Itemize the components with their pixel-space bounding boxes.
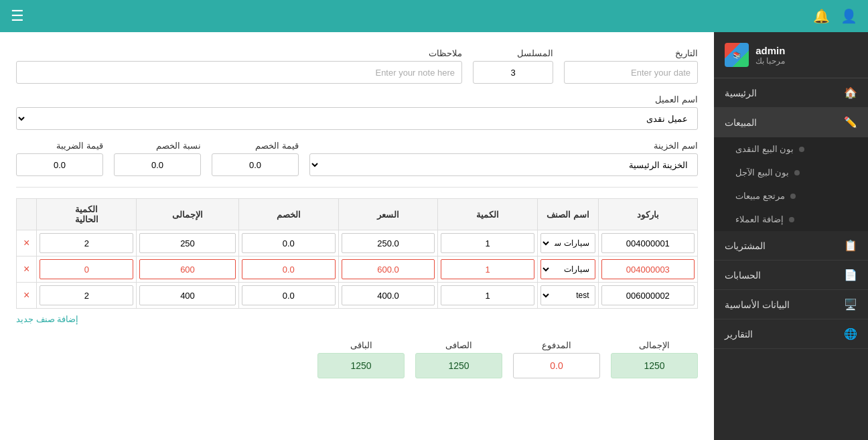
- current-qty-cell: [37, 230, 137, 256]
- navbar: 👤 🔔 ☰: [0, 0, 868, 32]
- home-icon: 🏠: [844, 86, 857, 99]
- sidebar-item-basic-data[interactable]: 🖥️ البيانات الأساسية: [714, 290, 868, 319]
- discount-pct-input[interactable]: [114, 153, 201, 176]
- bell-icon[interactable]: 🔔: [813, 8, 830, 24]
- net-group: الصافى: [415, 340, 502, 378]
- items-table-container: باركود اسم الصنف الكمية السعر الخصم الإج…: [16, 198, 698, 324]
- total-input[interactable]: [611, 353, 698, 378]
- layout: التاريخ المسلسل ملاحظات اسم العميل عميل …: [0, 32, 868, 440]
- totals-row: الإجمالى المدفوع الصافى الباقى: [16, 340, 698, 378]
- barcode-input[interactable]: [601, 285, 695, 305]
- divider: [16, 187, 698, 188]
- current-qty-input: [40, 233, 133, 253]
- form-row-3: اسم الخزينة الخزينة الرئيسية قيمة الخصم …: [16, 141, 698, 176]
- sidebar-subitem-sales-returns[interactable]: مرتجع مبيعات: [714, 184, 868, 208]
- notes-label: ملاحظات: [16, 48, 462, 58]
- price-input[interactable]: [342, 285, 435, 305]
- item-select[interactable]: سيارات سباق: [540, 233, 595, 253]
- price-cell: [338, 283, 437, 309]
- barcode-input[interactable]: [601, 233, 695, 253]
- sidebar-profile-text: admin مرحبا بك: [755, 45, 785, 66]
- purchases-icon: 📋: [844, 239, 857, 252]
- col-qty: الكمية: [438, 199, 538, 230]
- customer-select[interactable]: عميل نقدى: [16, 107, 698, 130]
- qty-input[interactable]: [441, 259, 534, 279]
- sidebar-item-accounts[interactable]: 📄 الحسابات: [714, 261, 868, 290]
- barcode-cell: [598, 230, 697, 256]
- add-row-link[interactable]: إضافة صنف جديد: [16, 314, 698, 324]
- barcode-input[interactable]: [601, 259, 695, 279]
- net-input[interactable]: [415, 353, 502, 378]
- barcode-cell: [598, 283, 697, 309]
- remaining-label: الباقى: [350, 340, 372, 350]
- notes-input[interactable]: [16, 61, 462, 84]
- row-discount-input[interactable]: [242, 259, 336, 279]
- row-total-input[interactable]: [139, 259, 235, 279]
- col-price: السعر: [338, 199, 437, 230]
- sidebar-item-reports[interactable]: 🌐 التقارير: [714, 319, 868, 349]
- table-body: سيارات سباق: [17, 230, 698, 309]
- navbar-left-icons: 👤 🔔: [813, 8, 857, 24]
- paid-input[interactable]: [513, 353, 600, 378]
- dot-icon: [790, 194, 796, 199]
- delete-row-button[interactable]: ×: [19, 288, 33, 303]
- qty-input[interactable]: [441, 233, 534, 253]
- sidebar-item-sales[interactable]: ✏️ المبيعات: [714, 108, 868, 137]
- row-discount-input[interactable]: [242, 233, 336, 253]
- customer-label: اسم العميل: [16, 94, 698, 104]
- form-row-1: التاريخ المسلسل ملاحظات: [16, 48, 698, 84]
- total-cell: [137, 256, 238, 283]
- price-input[interactable]: [342, 259, 435, 279]
- qty-input[interactable]: [441, 285, 534, 305]
- remaining-group: الباقى: [317, 340, 405, 378]
- sidebar: admin مرحبا بك 📚 🏠 الرئيسية ✏️ المبيعات …: [714, 32, 868, 440]
- warehouse-group: اسم الخزينة الخزينة الرئيسية: [309, 141, 698, 176]
- discount-cell: [238, 283, 338, 309]
- qty-cell: [438, 283, 538, 309]
- sidebar-subitem-add-customers[interactable]: إضافة العملاء: [714, 208, 868, 231]
- row-total-input[interactable]: [139, 285, 235, 305]
- discount-cell: [238, 230, 338, 256]
- net-label: الصافى: [445, 340, 472, 350]
- delete-cell: ×: [17, 283, 37, 309]
- user-icon[interactable]: 👤: [841, 8, 857, 24]
- date-input[interactable]: [564, 61, 698, 84]
- remaining-input[interactable]: [317, 353, 405, 378]
- dot-icon: [794, 170, 800, 175]
- delete-row-button[interactable]: ×: [19, 262, 33, 277]
- item-select[interactable]: test: [540, 285, 595, 305]
- serial-input[interactable]: [473, 61, 553, 84]
- sidebar-item-label-reports: التقارير: [725, 329, 753, 340]
- hamburger-button[interactable]: ☰: [11, 7, 24, 25]
- col-delete: [17, 199, 37, 230]
- sidebar-subitem-credit-sale[interactable]: بون البيع الآجل: [714, 161, 868, 184]
- tax-group: قيمة الضريبة: [16, 141, 103, 176]
- sidebar-item-purchases[interactable]: 📋 المشتريات: [714, 231, 868, 261]
- col-discount: الخصم: [238, 199, 338, 230]
- price-cell: [338, 230, 437, 256]
- sidebar-item-label-accounts: الحسابات: [725, 270, 761, 281]
- delete-row-button[interactable]: ×: [19, 236, 33, 250]
- current-qty-input: [40, 285, 133, 305]
- sales-icon: ✏️: [844, 116, 857, 129]
- item-cell: سيارات: [537, 256, 598, 283]
- accounts-icon: 📄: [844, 269, 857, 281]
- item-cell: test: [537, 283, 598, 309]
- row-discount-input[interactable]: [242, 285, 336, 305]
- sidebar-item-home[interactable]: 🏠 الرئيسية: [714, 78, 868, 108]
- paid-group: المدفوع: [513, 340, 600, 378]
- tax-input[interactable]: [16, 153, 103, 176]
- delete-cell: ×: [17, 230, 37, 256]
- warehouse-select[interactable]: الخزينة الرئيسية: [309, 153, 698, 176]
- serial-label: المسلسل: [473, 48, 553, 58]
- price-cell: [338, 256, 437, 283]
- discount-val-group: قيمة الخصم: [212, 141, 299, 176]
- dot-icon: [799, 147, 804, 152]
- item-select[interactable]: سيارات: [540, 259, 595, 279]
- price-input[interactable]: [342, 233, 435, 253]
- tax-label: قيمة الضريبة: [16, 141, 103, 151]
- row-total-input[interactable]: [139, 233, 235, 253]
- sidebar-subitem-cash-sale[interactable]: بون البيع النقدى: [714, 137, 868, 161]
- date-label: التاريخ: [564, 48, 698, 58]
- discount-val-input[interactable]: [212, 153, 299, 176]
